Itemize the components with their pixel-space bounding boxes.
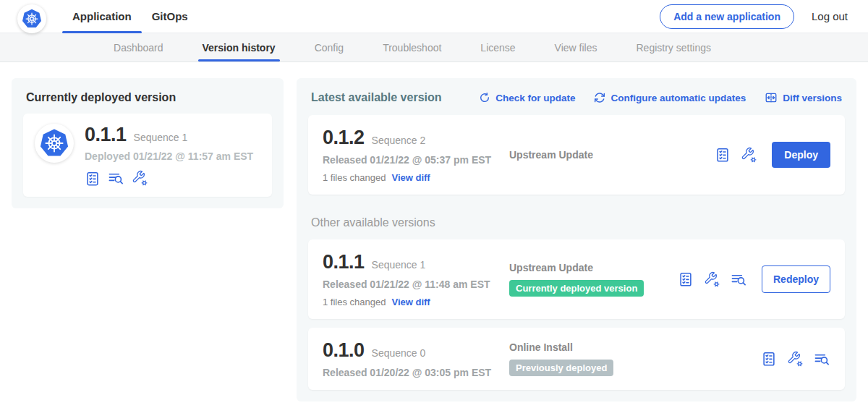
app-logo: [17, 4, 46, 33]
deployed-version-number: 0.1.1: [85, 124, 127, 146]
sequence-label: Sequence 2: [372, 135, 426, 146]
checklist-icon[interactable]: [761, 351, 777, 367]
wrench-gear-icon[interactable]: [132, 170, 148, 187]
app-icon: [35, 124, 74, 163]
version-actions: [761, 351, 830, 367]
wrench-gear-icon[interactable]: [787, 351, 804, 367]
currently-deployed-badge: Currently deployed version: [509, 280, 644, 297]
released-timestamp: Released 01/21/22 @ 11:48 am EST: [323, 279, 509, 290]
refresh-icon: [479, 92, 490, 103]
version-number: 0.1.0: [323, 339, 365, 362]
subnav-tab-registry-settings[interactable]: Registry settings: [637, 33, 711, 61]
released-timestamp: Released 01/20/22 @ 03:05 pm EST: [323, 367, 509, 378]
deployed-timestamp: Deployed 01/21/22 @ 11:57 am EST: [85, 150, 253, 162]
source-type-label: Online Install: [509, 341, 754, 353]
deploy-button[interactable]: Deploy: [772, 142, 830, 168]
redeploy-button[interactable]: Redeploy: [762, 265, 830, 293]
source-type-label: Upstream Update: [509, 149, 707, 161]
checklist-icon[interactable]: [85, 171, 101, 187]
diff-icon: [765, 91, 778, 104]
configure-automatic-updates-label: Configure automatic updates: [610, 93, 746, 103]
subnav-tab-dashboard[interactable]: Dashboard: [114, 33, 163, 61]
files-changed-label: 1 files changed: [323, 297, 386, 307]
wrench-gear-icon[interactable]: [704, 271, 720, 288]
version-card-0-1-1: 0.1.1 Sequence 1 Released 01/21/22 @ 11:…: [308, 239, 845, 319]
version-type: Upstream Update: [509, 149, 715, 161]
version-info: 0.1.2 Sequence 2 Released 01/21/22 @ 05:…: [323, 127, 509, 183]
wrench-gear-icon[interactable]: [741, 147, 757, 163]
kubernetes-logo-icon: [21, 8, 43, 30]
version-type: Online Install Previously deployed: [509, 341, 761, 376]
tab-application[interactable]: Application: [62, 0, 142, 33]
released-timestamp: Released 01/21/22 @ 05:37 pm EST: [323, 154, 509, 166]
deployed-sequence-label: Sequence 1: [134, 132, 188, 143]
diff-versions-label: Diff versions: [783, 93, 842, 103]
other-versions-title: Other available versions: [311, 216, 842, 229]
version-card-0-1-2: 0.1.2 Sequence 2 Released 01/21/22 @ 05:…: [308, 115, 845, 195]
deployed-version-info: 0.1.1 Sequence 1 Deployed 01/21/22 @ 11:…: [85, 124, 253, 187]
version-info: 0.1.1 Sequence 1 Released 01/21/22 @ 11:…: [323, 251, 509, 307]
versions-panel: Latest available version Check for updat…: [297, 78, 856, 401]
subnav-tab-version-history[interactable]: Version history: [203, 33, 276, 61]
kubernetes-logo-icon: [38, 127, 70, 159]
tab-gitops[interactable]: GitOps: [142, 0, 198, 33]
subnav-tab-config[interactable]: Config: [315, 33, 344, 61]
app-header: Application GitOps Add a new application…: [0, 0, 868, 33]
currently-deployed-card: 0.1.1 Sequence 1 Deployed 01/21/22 @ 11:…: [23, 114, 272, 197]
checklist-icon[interactable]: [715, 147, 731, 163]
previously-deployed-badge: Previously deployed: [509, 360, 613, 376]
currently-deployed-title: Currently deployed version: [26, 91, 272, 104]
sequence-label: Sequence 1: [372, 259, 426, 271]
version-actions: Deploy: [715, 142, 830, 168]
latest-available-title: Latest available version: [311, 91, 442, 104]
add-application-button[interactable]: Add a new application: [660, 4, 794, 29]
main-content: Currently deployed version: [0, 62, 868, 401]
version-card-0-1-0: 0.1.0 Sequence 0 Released 01/20/22 @ 03:…: [308, 328, 845, 390]
check-for-update-label: Check for update: [495, 93, 575, 103]
check-for-update-link[interactable]: Check for update: [479, 92, 575, 103]
version-type: Upstream Update Currently deployed versi…: [509, 262, 678, 297]
view-diff-link[interactable]: View diff: [391, 297, 430, 307]
version-number: 0.1.1: [323, 251, 365, 273]
auto-update-icon: [594, 92, 605, 103]
logout-link[interactable]: Log out: [812, 10, 848, 22]
version-number: 0.1.2: [323, 127, 365, 149]
header-right: Add a new application Log out: [660, 4, 848, 29]
versions-panel-head: Latest available version Check for updat…: [311, 91, 842, 104]
view-diff-link[interactable]: View diff: [391, 172, 430, 183]
logs-icon[interactable]: [108, 170, 124, 187]
subnav-tab-troubleshoot[interactable]: Troubleshoot: [383, 33, 441, 61]
panel-actions: Check for update Configure automatic upd…: [479, 91, 842, 104]
sequence-label: Sequence 0: [372, 347, 426, 359]
diff-versions-link[interactable]: Diff versions: [765, 91, 842, 104]
app-subnav: Dashboard Version history Config Trouble…: [0, 33, 868, 62]
header-tabs: Application GitOps: [62, 0, 198, 33]
files-changed-label: 1 files changed: [323, 172, 386, 183]
checklist-icon[interactable]: [678, 271, 694, 287]
version-info: 0.1.0 Sequence 0 Released 01/20/22 @ 03:…: [323, 339, 509, 378]
currently-deployed-panel: Currently deployed version: [12, 78, 284, 208]
logs-icon[interactable]: [814, 351, 830, 367]
subnav-tab-view-files[interactable]: View files: [555, 33, 597, 61]
subnav-tab-license[interactable]: License: [480, 33, 515, 61]
configure-automatic-updates-link[interactable]: Configure automatic updates: [594, 92, 746, 103]
logs-icon[interactable]: [731, 271, 747, 288]
source-type-label: Upstream Update: [509, 262, 671, 273]
version-actions: Redeploy: [678, 265, 830, 293]
